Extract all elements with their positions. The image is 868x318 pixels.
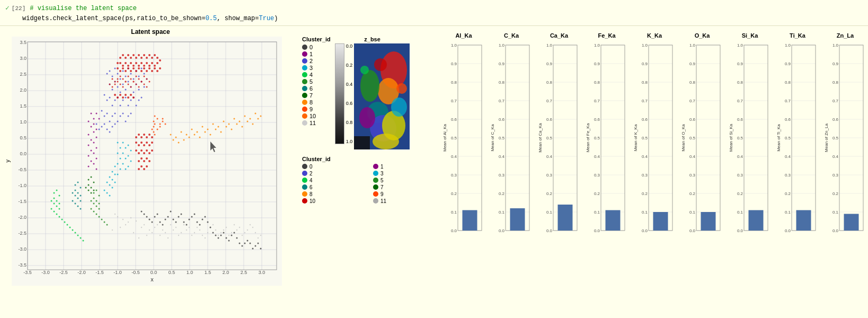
svg-point-498	[143, 152, 145, 154]
svg-text:0.7: 0.7	[546, 99, 553, 103]
svg-point-100	[215, 229, 216, 230]
svg-point-271	[114, 173, 116, 175]
svg-text:0.2: 0.2	[451, 191, 457, 196]
svg-point-80	[162, 229, 163, 230]
svg-point-410	[112, 86, 113, 87]
svg-point-393	[154, 134, 156, 135]
svg-text:0.3: 0.3	[832, 173, 839, 178]
svg-point-178	[144, 73, 145, 74]
svg-text:-2.0: -2.0	[18, 215, 26, 220]
svg-point-388	[160, 126, 161, 127]
svg-point-62	[122, 218, 123, 219]
svg-point-326	[77, 192, 79, 193]
svg-text:0.6: 0.6	[689, 117, 696, 122]
svg-point-276	[107, 181, 108, 183]
svg-point-244	[91, 149, 92, 151]
svg-point-143	[207, 221, 209, 223]
svg-point-401	[130, 78, 132, 80]
svg-point-168	[117, 73, 119, 74]
svg-point-123	[154, 216, 156, 217]
svg-point-489	[138, 144, 140, 146]
svg-text:0.9: 0.9	[451, 61, 457, 66]
svg-point-212	[109, 120, 111, 122]
svg-point-375	[236, 123, 238, 125]
svg-rect-723	[796, 210, 811, 231]
svg-text:0.7: 0.7	[594, 99, 600, 103]
svg-point-94	[199, 229, 200, 230]
svg-point-156	[242, 245, 243, 246]
svg-point-210	[104, 115, 105, 117]
svg-text:0.5: 0.5	[594, 136, 600, 140]
svg-text:Mean of Fe_Ka: Mean of Fe_Ka	[586, 123, 590, 152]
svg-point-72	[141, 226, 142, 227]
svg-text:0.2: 0.2	[832, 191, 839, 196]
svg-point-76	[152, 232, 153, 233]
svg-text:0.0: 0.0	[689, 228, 696, 233]
svg-point-444	[130, 62, 132, 64]
svg-point-277	[109, 184, 111, 186]
cell-check-icon: ✓	[5, 3, 10, 14]
svg-point-424	[119, 57, 121, 59]
svg-point-90	[189, 226, 190, 227]
svg-point-124	[157, 213, 158, 215]
svg-point-340	[91, 187, 92, 188]
bar-chart-title-Si_Ka: Si_Ka	[742, 32, 758, 39]
svg-point-411	[114, 83, 116, 85]
svg-point-88	[183, 224, 184, 225]
svg-text:1.0: 1.0	[451, 43, 457, 48]
svg-point-396	[117, 78, 119, 80]
svg-point-128	[167, 216, 169, 217]
svg-text:-1.0: -1.0	[18, 183, 26, 188]
svg-point-443	[127, 65, 129, 67]
code-bar: ✓ [22] # visualise the latent space widg…	[0, 0, 868, 26]
svg-point-454	[156, 62, 158, 64]
svg-text:0.8: 0.8	[594, 80, 600, 85]
svg-text:-3.5: -3.5	[23, 270, 32, 275]
svg-text:0.7: 0.7	[737, 99, 743, 103]
svg-point-440	[119, 62, 121, 64]
svg-text:0.5: 0.5	[785, 136, 791, 140]
svg-point-409	[109, 83, 111, 85]
svg-point-475	[119, 94, 121, 96]
svg-text:3.0: 3.0	[20, 56, 26, 61]
svg-point-242	[96, 147, 98, 148]
svg-point-159	[250, 242, 251, 244]
svg-point-111	[244, 232, 245, 233]
code-comment: # visualise the latent space	[30, 4, 137, 13]
svg-point-272	[117, 173, 119, 175]
svg-point-311	[91, 200, 92, 201]
bar-chart-title-Ti_Ka: Ti_Ka	[790, 32, 805, 39]
bar-chart-title-Al_Ka: Al_Ka	[455, 32, 472, 39]
svg-text:0.4: 0.4	[832, 154, 839, 159]
svg-point-300	[72, 229, 74, 231]
svg-point-75	[149, 229, 150, 230]
svg-point-191	[138, 89, 140, 90]
svg-point-520	[391, 98, 407, 117]
svg-point-332	[72, 200, 74, 201]
svg-text:0.7: 0.7	[689, 99, 696, 103]
svg-point-278	[112, 187, 113, 188]
svg-point-151	[228, 240, 230, 241]
bar-chart-title-C_Ka: C_Ka	[504, 32, 519, 39]
svg-text:0.7: 0.7	[785, 99, 791, 103]
svg-point-354	[218, 126, 219, 127]
svg-point-174	[133, 78, 135, 80]
svg-text:-2.5: -2.5	[18, 231, 26, 236]
cluster-legend-bottom-title: Cluster_id	[302, 156, 440, 162]
bar-chart-K_Ka: K_Ka0.00.10.20.30.40.50.60.70.80.91.0Mea…	[631, 32, 678, 262]
svg-point-417	[130, 86, 132, 87]
svg-point-447	[138, 65, 140, 67]
svg-point-171	[125, 75, 127, 77]
svg-text:0.3: 0.3	[499, 173, 505, 178]
svg-text:0.6: 0.6	[546, 117, 553, 122]
svg-text:-0.5: -0.5	[131, 270, 140, 275]
svg-text:0.0: 0.0	[150, 270, 157, 275]
svg-text:0.7: 0.7	[499, 99, 505, 103]
svg-point-524	[374, 58, 387, 71]
svg-point-453	[154, 65, 156, 67]
svg-text:0.5: 0.5	[737, 136, 743, 140]
svg-point-407	[146, 78, 148, 80]
svg-point-245	[93, 152, 95, 154]
svg-text:0.7: 0.7	[832, 99, 839, 103]
svg-text:0.5: 0.5	[169, 270, 175, 275]
